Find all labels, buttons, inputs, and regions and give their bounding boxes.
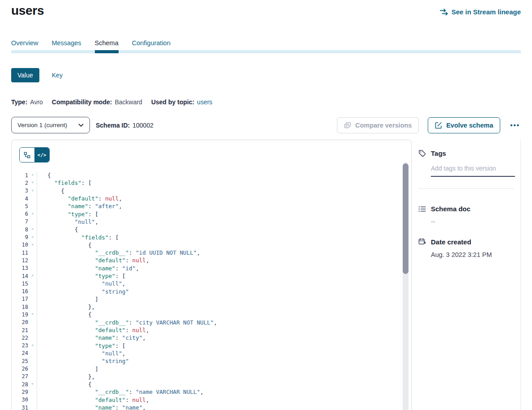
compatibility-value: Backward <box>115 98 142 106</box>
fold-arrow-icon[interactable]: ▼ <box>28 181 37 184</box>
code-line-text: "type": [ <box>37 342 125 349</box>
page-title: users <box>11 4 44 18</box>
fold-arrow-icon[interactable]: ▼ <box>28 344 37 347</box>
line-gutter: 17 <box>12 295 37 303</box>
line-gutter: 26 <box>12 365 37 372</box>
code-line: 29 "__crdb__": "name VARCHAR NULL", <box>12 388 411 396</box>
line-number: 4 <box>12 196 28 202</box>
stream-lineage-icon <box>440 9 448 16</box>
edit-icon <box>435 122 442 129</box>
schema-id: Schema ID: 100002 <box>96 122 153 129</box>
code-line: 3▼ { <box>12 187 411 195</box>
line-number: 2 <box>12 180 28 186</box>
tab-underline-track <box>11 50 521 53</box>
code-line-text: }, <box>37 303 95 310</box>
line-number: 14 <box>12 273 28 279</box>
code-line-text: "null", <box>37 218 98 225</box>
tags-section: Tags <box>418 149 520 189</box>
tree-view-button[interactable] <box>20 148 34 162</box>
tags-title: Tags <box>431 149 446 157</box>
code-line-text: "__crdb__": "name VARCHAR NULL", <box>37 389 204 395</box>
version-select[interactable]: Version 1 (current) <box>11 117 90 133</box>
evolve-schema-button[interactable]: Evolve schema <box>428 117 500 133</box>
tab-schema[interactable]: Schema <box>95 39 119 53</box>
value-key-toggle: Value Key <box>11 68 521 82</box>
used-by-topic-link[interactable]: users <box>197 98 212 106</box>
line-number: 24 <box>12 350 28 356</box>
code-line: 20 "__crdb__": "city VARCHAR NOT NULL", <box>12 319 411 326</box>
code-line-text: "__crdb__": "id UUID NOT NULL", <box>37 249 200 256</box>
code-line: 18 }, <box>12 303 411 311</box>
code-lines: 1▼{2▼ "fields": [3▼ {4 "default": null,5… <box>12 171 411 410</box>
line-gutter: 3▼ <box>12 187 37 195</box>
code-line: 4 "default": null, <box>12 195 411 202</box>
fold-arrow-icon[interactable]: ▼ <box>28 189 37 192</box>
key-toggle-button[interactable]: Key <box>52 72 63 79</box>
line-number: 21 <box>12 327 28 333</box>
line-number: 28 <box>12 381 28 388</box>
line-number: 17 <box>12 296 28 302</box>
code-editor-panel: </> 1▼{2▼ "fields": [3▼ {4 "default": nu… <box>11 140 412 410</box>
line-gutter: 7 <box>12 218 37 226</box>
fold-arrow-icon[interactable]: ▼ <box>28 243 37 247</box>
fold-arrow-icon[interactable]: ▼ <box>28 174 37 177</box>
line-number: 15 <box>12 281 28 287</box>
fold-arrow-icon[interactable]: ▼ <box>28 274 37 278</box>
code-line: 21 "default": null, <box>12 326 411 334</box>
tags-header: Tags <box>418 149 520 157</box>
more-options-button[interactable]: ••• <box>509 120 521 131</box>
line-gutter: 5 <box>12 202 37 210</box>
code-line: 7 "null", <box>12 218 411 226</box>
stream-lineage-link[interactable]: See in Stream lineage <box>440 8 521 16</box>
code-line: 8▼ { <box>12 226 411 233</box>
type-label: Type: <box>11 98 27 106</box>
date-created-section: Date created Aug. 3 2022 3:21 PM <box>418 238 520 258</box>
schema-doc-value: -- <box>431 218 520 225</box>
line-gutter: 28▼ <box>12 380 37 388</box>
schema-id-value: 100002 <box>132 122 153 129</box>
code-line: 2▼ "fields": [ <box>12 179 411 187</box>
calendar-plus-icon <box>418 238 426 246</box>
line-gutter: 16 <box>12 287 37 295</box>
line-number: 23 <box>12 342 28 349</box>
line-gutter: 13 <box>12 265 37 272</box>
date-created-title: Date created <box>431 238 471 246</box>
code-line: 23▼ "type": [ <box>12 342 411 350</box>
code-line: 28▼ { <box>12 380 411 388</box>
schema-sidebar: Tags Schem <box>412 140 521 410</box>
line-gutter: 4 <box>12 195 37 202</box>
fold-arrow-icon[interactable]: ▼ <box>28 236 37 239</box>
code-line-text: { <box>37 311 92 318</box>
schema-doc-title: Schema doc <box>431 205 470 213</box>
line-number: 20 <box>12 319 28 325</box>
line-gutter: 20 <box>12 319 37 326</box>
code-line-text: "type": [ <box>37 211 98 218</box>
code-line-text: "default": null, <box>37 397 149 403</box>
code-line-text: "__crdb__": "city VARCHAR NOT NULL", <box>37 319 217 326</box>
code-view-button[interactable]: </> <box>34 148 49 162</box>
schema-id-label: Schema ID: <box>96 122 130 129</box>
compatibility-meta: Compatibility mode: Backward <box>52 98 142 106</box>
version-bar: Version 1 (current) Schema ID: 100002 <box>11 117 521 133</box>
line-gutter: 18 <box>12 303 37 311</box>
fold-arrow-icon[interactable]: ▼ <box>28 228 37 231</box>
schema-doc-header: Schema doc <box>418 205 520 213</box>
used-by-topic-label: Used by topic: <box>151 98 194 106</box>
tags-input[interactable] <box>431 163 515 177</box>
value-toggle-button[interactable]: Value <box>11 68 39 82</box>
fold-arrow-icon[interactable]: ▼ <box>28 213 37 216</box>
editor-scrollbar-track <box>403 162 409 410</box>
editor-scrollbar-thumb[interactable] <box>403 163 409 274</box>
code-line-text: "name": "name", <box>37 404 146 410</box>
line-number: 13 <box>12 265 28 271</box>
fold-arrow-icon[interactable]: ▼ <box>28 313 37 316</box>
line-gutter: 27 <box>12 373 37 380</box>
fold-arrow-icon[interactable]: ▼ <box>28 383 37 386</box>
line-gutter: 1▼ <box>12 171 37 179</box>
compare-versions-label: Compare versions <box>355 122 412 129</box>
code-line: 16 "string" <box>12 287 411 295</box>
code-line-text: ] <box>37 296 98 303</box>
compare-versions-button[interactable]: Compare versions <box>337 117 419 133</box>
line-number: 22 <box>12 335 28 341</box>
type-meta: Type: Avro <box>11 98 43 106</box>
